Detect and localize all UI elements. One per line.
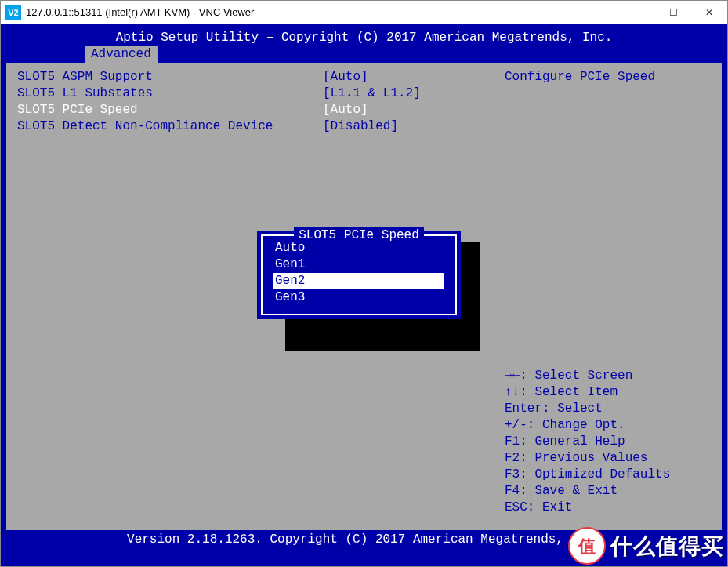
help-key-line: →←: Select Screen [505,368,712,384]
help-keys-section: →←: Select Screen↑↓: Select ItemEnter: S… [505,368,712,516]
setting-label: SLOT5 ASPM Support [17,69,323,85]
app-icon: V2 [5,5,21,20]
bios-main-area: SLOT5 ASPM Support[Auto]SLOT5 L1 Substat… [6,63,722,530]
help-description: Configure PCIe Speed [505,69,712,85]
popup-title: SLOT5 PCIe Speed [294,227,424,244]
help-panel: Configure PCIe Speed →←: Select Screen↑↓… [497,64,720,529]
setting-row[interactable]: SLOT5 PCIe Speed[Auto] [17,102,486,118]
help-key-line: Enter: Select [505,401,712,417]
setting-value: [Auto] [323,69,368,85]
vnc-window: V2 127.0.0.1::51311 (Intel(r) AMT KVM) -… [0,0,728,567]
close-button[interactable]: ✕ [691,1,727,24]
help-key-line: F4: Save & Exit [505,483,712,500]
help-key-line: ESC: Exit [505,500,712,516]
setting-label: SLOT5 L1 Substates [17,85,323,102]
bios-screen[interactable]: Aptio Setup Utility – Copyright (C) 2017… [1,24,727,566]
popup-frame: SLOT5 PCIe Speed AutoGen1Gen2Gen3 [261,234,457,315]
watermark-badge-icon: 值 [568,527,606,565]
window-titlebar[interactable]: V2 127.0.0.1::51311 (Intel(r) AMT KVM) -… [1,1,727,24]
window-controls: — ☐ ✕ [619,1,727,24]
pcie-speed-popup[interactable]: SLOT5 PCIe Speed AutoGen1Gen2Gen3 [257,231,461,319]
popup-options: AutoGen1Gen2Gen3 [263,235,455,314]
minimize-button[interactable]: — [619,1,655,24]
setting-value: [L1.1 & L1.2] [323,85,421,102]
popup-option[interactable]: Gen2 [273,273,444,289]
maximize-button[interactable]: ☐ [655,1,691,24]
watermark-text: 什么值得买 [610,538,724,554]
setting-value: [Disabled] [323,118,398,135]
help-key-line: F1: General Help [505,434,712,450]
setting-row[interactable]: SLOT5 ASPM Support[Auto] [17,69,486,85]
setting-label: SLOT5 PCIe Speed [17,102,323,118]
help-key-line: F3: Optimized Defaults [505,467,712,483]
help-key-line: +/-: Change Opt. [505,417,712,434]
watermark: 值 什么值得买 [568,527,724,565]
window-title: 127.0.0.1::51311 (Intel(r) AMT KVM) - VN… [26,6,619,18]
popup-option[interactable]: Gen3 [273,289,444,306]
setting-row[interactable]: SLOT5 L1 Substates[L1.1 & L1.2] [17,85,486,102]
popup-option[interactable]: Gen1 [273,256,444,273]
help-key-line: ↑↓: Select Item [505,384,712,401]
bios-tabs: Advanced [6,46,722,63]
setting-row[interactable]: SLOT5 Detect Non-Compliance Device[Disab… [17,118,486,135]
bios-header: Aptio Setup Utility – Copyright (C) 2017… [6,30,722,46]
setting-value: [Auto] [323,102,368,118]
setting-label: SLOT5 Detect Non-Compliance Device [17,118,323,135]
tab-advanced[interactable]: Advanced [85,46,158,63]
help-key-line: F2: Previous Values [505,450,712,467]
